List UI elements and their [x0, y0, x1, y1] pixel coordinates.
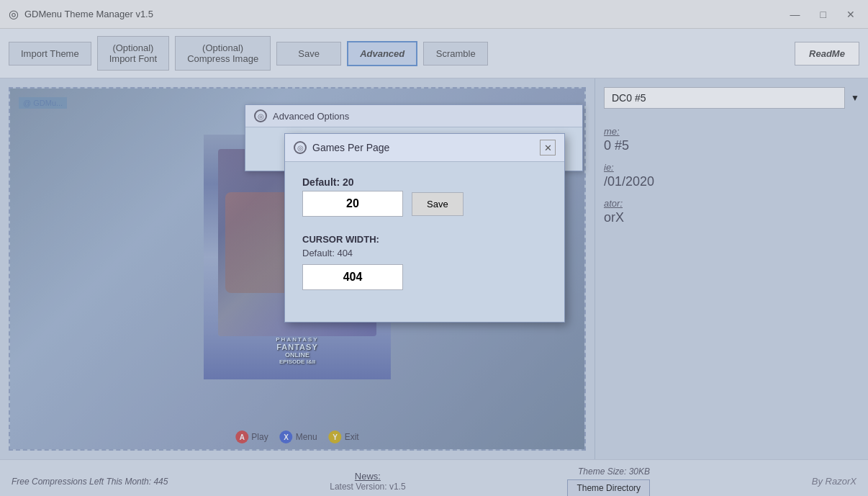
dialog-body: Default: 20 Save CURSOR WIDTH: Default: …	[285, 162, 564, 322]
spiral-icon: ◎	[254, 109, 267, 122]
games-per-page-input[interactable]	[302, 191, 403, 217]
advanced-options-title: Advanced Options	[273, 111, 349, 122]
cursor-width-default: Default: 404	[302, 248, 547, 258]
dialog-title-left: ◎ Games Per Page	[294, 141, 389, 154]
games-per-page-title: Default: 20	[302, 176, 547, 188]
games-per-page-section: Default: 20 Save	[302, 176, 547, 217]
dialog-spiral-icon: ◎	[294, 141, 307, 154]
cursor-width-section: CURSOR WIDTH: Default: 404	[302, 234, 547, 290]
games-per-page-save-button[interactable]: Save	[412, 192, 464, 216]
cursor-width-input[interactable]	[302, 264, 403, 290]
advanced-options-titlebar: ◎ Advanced Options	[245, 105, 582, 127]
dialog-close-button[interactable]: ✕	[540, 140, 556, 155]
dialog-title: Games Per Page	[312, 142, 389, 153]
games-per-page-input-row: Save	[302, 191, 547, 217]
games-per-page-dialog: ◎ Games Per Page ✕ Default: 20 Save CURS…	[284, 133, 565, 323]
cursor-width-input-row	[302, 264, 547, 290]
cursor-width-title: CURSOR WIDTH:	[302, 234, 547, 245]
dialog-titlebar: ◎ Games Per Page ✕	[285, 134, 564, 162]
